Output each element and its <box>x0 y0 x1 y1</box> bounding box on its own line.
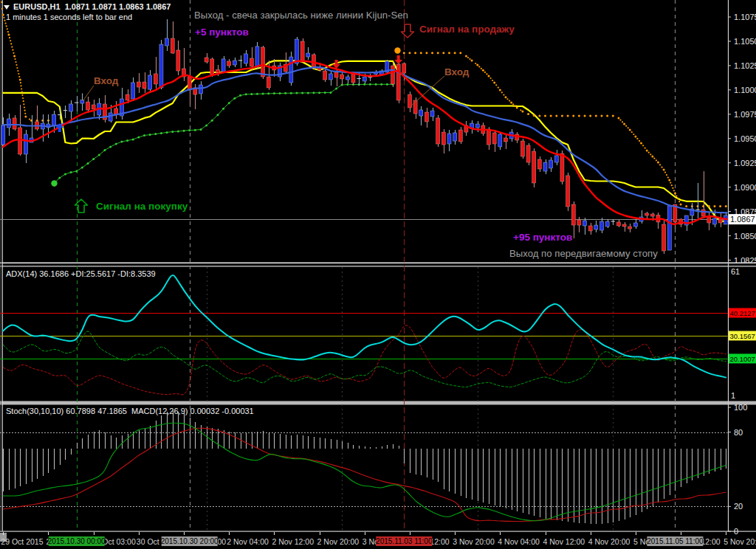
stoch-scale-label: 100 <box>734 403 747 412</box>
annotation-entry2: Вход <box>444 66 470 77</box>
time-label: 5 Nov 20:00 <box>724 537 756 546</box>
price-label: 1.1075 <box>734 13 756 21</box>
candle[interactable] <box>532 148 536 187</box>
candle[interactable] <box>520 139 524 159</box>
candle[interactable] <box>667 205 671 250</box>
price-label: 1.0850 <box>734 232 756 241</box>
adx-level-value: 40.2127 <box>730 309 755 317</box>
time-label: 4 Nov 20:00 <box>588 537 630 546</box>
annotation-entry1: Вход <box>94 75 119 86</box>
time-highlight-label: 2015.11.03 11:00 <box>376 537 433 545</box>
bar-countdown: 1 minutes 1 seconds left to bar end <box>6 13 132 21</box>
time-label: 3 Nov 20:00 <box>453 537 495 546</box>
time-label: 4 Nov 12:00 <box>543 537 585 546</box>
stoch-header: Stoch(30,10,10) 60.7898 47.1865 MACD(12,… <box>6 407 254 415</box>
price-label: 1.1050 <box>734 37 756 46</box>
price-label: 1.0950 <box>734 134 756 143</box>
orange-start-dot <box>394 47 400 53</box>
time-label: 2 Nov 12:00 <box>272 537 314 546</box>
candle[interactable] <box>396 63 400 103</box>
annotation-exit_stop: Выход по передвигаемому стопу <box>509 248 658 259</box>
candle[interactable] <box>300 38 304 63</box>
adx-level-value: 20.1007 <box>730 355 755 363</box>
candle[interactable] <box>566 173 570 211</box>
adx-scale-top: 61 <box>731 267 740 276</box>
annotation-plus95: +95 пунктов <box>513 232 572 243</box>
time-label: 2 Nov 20:00 <box>317 537 360 546</box>
price-label: 1.1000 <box>734 86 756 94</box>
stoch-scale-label: 80 <box>734 428 743 437</box>
price-label: 1.1025 <box>734 61 756 70</box>
current-price-label: 1.0867 <box>730 215 755 224</box>
candle[interactable] <box>436 115 440 147</box>
green-start-dot <box>51 180 57 186</box>
annotation-exit_kijun: Выход - свеча закрылась ниже линии Kijun… <box>194 10 408 21</box>
stoch-scale-label: 0 <box>734 527 738 536</box>
time-label: 29 Oct 2015 <box>1 537 43 546</box>
price-label: 1.0975 <box>734 110 756 119</box>
time-highlight-label: 2015.11.05 11:00 <box>647 537 704 545</box>
stoch-scale-label: 20 <box>734 502 743 511</box>
candle[interactable] <box>210 58 214 77</box>
symbol-dropdown-icon[interactable] <box>4 5 10 10</box>
mt4-chart-window: Выход - свеча закрылась ниже линии Kijun… <box>0 0 756 549</box>
adx-level-value: 30.1567 <box>730 332 755 340</box>
annotation-sell_signal: Сигнал на продажу <box>419 24 515 35</box>
adx-scale-bottom: 1 <box>731 391 735 400</box>
candle[interactable] <box>385 60 389 75</box>
adx-header: ADX(14) 36.1686 +DI:25.5617 -DI:8.3539 <box>6 269 156 278</box>
time-highlight-label: 2015.10.30 20:00 <box>161 537 219 545</box>
candle[interactable] <box>289 52 293 86</box>
price-label: 1.0925 <box>734 159 756 168</box>
candle[interactable] <box>662 220 666 254</box>
candle[interactable] <box>391 62 395 87</box>
symbol-header: EURUSD,H1 1.0871 1.0871 1.0863 1.0867 <box>4 2 171 11</box>
time-highlight-label: 2015.10.30 00:00 <box>48 537 106 545</box>
price-label: 1.0825 <box>734 256 756 265</box>
symbol-ohlc-text: EURUSD,H1 1.0871 1.0871 1.0863 1.0867 <box>13 2 171 11</box>
price-label: 1.0900 <box>734 183 756 192</box>
time-label: 4 Nov 04:00 <box>498 537 540 546</box>
candle[interactable] <box>159 40 163 89</box>
annotation-plus5: +5 пунктов <box>195 27 249 38</box>
annotation-buy_signal: Сигнал на покупку <box>96 201 188 212</box>
time-label: 2 Nov 04:00 <box>227 537 269 546</box>
candle[interactable] <box>526 143 530 165</box>
